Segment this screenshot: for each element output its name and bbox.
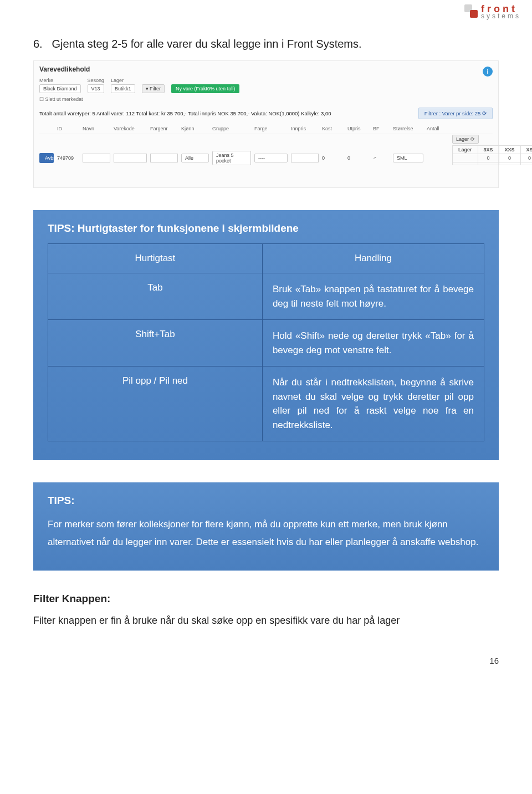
checkbox-label: Slett ut merkedat [45,96,83,102]
filter-heading: Filter Knappen: [33,593,499,605]
label-merke: Merke [39,78,81,83]
avbryt-button[interactable]: Avbryt [39,153,54,163]
checkbox-line[interactable]: ☐ Slett ut merkedat [39,96,493,102]
tips2-body: For merker som fører kolleksjoner for fl… [48,516,484,552]
grid-header: ID Navn Varekode Fargenr Kjønn Gruppe Fa… [39,124,493,134]
key-arrows: Pil opp / Pil ned [48,367,263,441]
logo-mark-icon [464,4,479,19]
tips-brand-panel: TIPS: For merker som fører kolleksjoner … [33,482,499,571]
app-screenshot: Varevedlikehold i Merke Black Diamond Se… [33,60,499,188]
col-gruppe: Gruppe [212,126,251,131]
desc-arrows: Når du står i nedtrekkslisten, begynne å… [262,367,484,441]
step-heading: 6. Gjenta steg 2-5 for alle varer du ska… [33,38,499,50]
tips-shortcuts-panel: TIPS: Hurtigtaster for funksjonene i skj… [33,210,499,460]
select-sesong[interactable]: V13 [88,84,105,93]
select-lager[interactable]: Butikk1 [111,84,135,93]
info-icon[interactable]: i [483,67,493,77]
select-merke[interactable]: Black Diamond [39,84,81,93]
th-hurtigtast: Hurtigtast [48,244,263,273]
shortcut-row: Pil opp / Pil ned Når du står i nedtrekk… [48,367,484,441]
new-item-button[interactable]: Ny vare (Frakt0% uten toll) [171,84,239,93]
sizes-label: Lager [453,146,478,154]
input-varekode[interactable] [114,154,147,162]
select-storrelse[interactable]: SML [393,154,423,162]
col-storrelse: Størrelse [393,126,423,131]
th-handling: Handling [262,244,484,273]
step-number: 6. [33,38,43,50]
filter-label: Filter [150,86,161,91]
select-kjonn[interactable]: Alle [181,154,209,162]
shortcut-row: Tab Bruk «Tab» knappen på tastaturet for… [48,273,484,320]
desc-shift-tab: Hold «Shift» nede og deretter trykk «Tab… [262,320,484,367]
grid-row: Avbryt 749709 Alle Jeans 5 pocket ---- 0… [39,134,493,182]
select-farge[interactable]: ---- [254,154,288,162]
col-utpris: Utpris [347,126,370,131]
row-id: 749709 [57,155,79,161]
col-id: ID [57,126,79,131]
col-kjonn: Kjønn [181,126,209,131]
app-title: Varevedlikehold [39,65,90,73]
col-fargenr: Fargenr [150,126,178,131]
filter-per-page-chip[interactable]: Filtrer : Varer pr side: 25 ⟳ [418,108,493,119]
key-shift-tab: Shift+Tab [48,320,263,367]
label-lager: Lager [111,78,135,83]
shortcuts-table: Hurtigtast Handling Tab Bruk «Tab» knapp… [48,243,484,441]
filter-chip-label: Filtrer : Varer pr side: 25 [424,110,481,116]
cell-utpris: 0 [347,155,370,161]
col-navn: Navn [83,126,110,131]
input-innpris[interactable] [291,154,319,162]
col-antall: Antall [427,126,449,131]
tips1-title: TIPS: Hurtigtaster for funksjonene i skj… [48,222,484,235]
cell-bf: ♂ [373,155,390,161]
brand-logo: front systems [464,4,521,19]
label-sesong: Sesong [88,78,105,83]
cell-kost: 0 [322,155,344,161]
col-varekode: Varekode [114,126,147,131]
select-gruppe[interactable]: Jeans 5 pocket [212,151,251,165]
desc-tab: Bruk «Tab» knappen på tastaturet for å b… [262,273,484,320]
col-kost: Kost [322,126,344,131]
logo-text-2: systems [481,13,521,19]
input-fargenr[interactable] [150,154,178,162]
lager-toggle[interactable]: Lager ⟳ [452,135,479,144]
tips2-title: TIPS: [48,495,484,507]
page-number: 16 [33,656,499,665]
summary-text: Totalt antall varetyper: 5 Antall varer:… [39,110,331,116]
filter-body: Filter knappen er fin å bruke når du ska… [33,613,499,629]
shortcut-row: Shift+Tab Hold «Shift» nede og deretter … [48,320,484,367]
input-navn[interactable] [83,154,110,162]
col-innpris: Innpris [291,126,319,131]
col-bf: BF [373,126,390,131]
col-farge: Farge [254,126,288,131]
sizes-table: Lager 3XS XXS XS S M L XL XXL 3XL [452,145,532,165]
filter-button[interactable]: ▾ Filter [142,84,165,93]
key-tab: Tab [48,273,263,320]
step-text: Gjenta steg 2-5 for alle varer du skal l… [52,38,361,50]
